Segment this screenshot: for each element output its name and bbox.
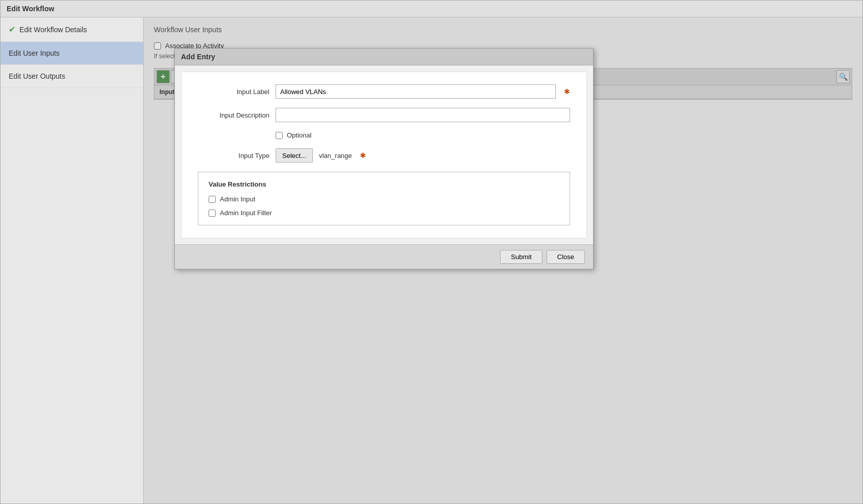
sidebar-item-label: Edit User Outputs	[9, 72, 65, 80]
input-label-field[interactable]	[276, 84, 556, 99]
window-title: Edit Workflow	[7, 5, 54, 13]
main-window: Edit Workflow ✔ Edit Workflow Details Ed…	[0, 0, 863, 504]
input-description-row: Input Description	[198, 108, 570, 122]
input-description-label: Input Description	[198, 111, 269, 119]
admin-input-label: Admin Input	[220, 195, 255, 203]
optional-checkbox[interactable]	[276, 132, 283, 139]
window-titlebar: Edit Workflow	[1, 1, 862, 17]
input-label-label: Input Label	[198, 88, 269, 96]
sidebar-item-edit-user-outputs[interactable]: Edit User Outputs	[1, 65, 143, 88]
sidebar-item-edit-user-inputs[interactable]: Edit User Inputs	[1, 42, 143, 65]
submit-button[interactable]: Submit	[500, 250, 542, 264]
optional-row: Optional	[198, 131, 570, 139]
input-type-value: vlan_range	[319, 152, 352, 159]
required-star-input-type: ✱	[360, 151, 366, 159]
value-restrictions-box: Value Restrictions Admin Input Admin Inp…	[198, 172, 570, 225]
main-content: Workflow User Inputs Associate to Activi…	[144, 17, 862, 503]
sidebar: ✔ Edit Workflow Details Edit User Inputs…	[1, 17, 144, 503]
add-entry-dialog: Add Entry Input Label ✱ Input Descriptio…	[174, 48, 594, 269]
admin-input-filter-checkbox[interactable]	[209, 210, 216, 217]
admin-input-filter-label: Admin Input Filter	[220, 209, 272, 217]
restrictions-title: Value Restrictions	[209, 180, 559, 188]
admin-input-filter-row: Admin Input Filter	[209, 209, 559, 217]
optional-label: Optional	[287, 131, 311, 139]
dialog-body: Input Label ✱ Input Description O	[181, 72, 587, 238]
input-type-select-button[interactable]: Select...	[276, 148, 313, 163]
sidebar-item-edit-workflow-details[interactable]: ✔ Edit Workflow Details	[1, 17, 143, 42]
required-star-input-label: ✱	[564, 87, 570, 96]
input-type-row: Input Type Select... vlan_range ✱	[198, 148, 570, 163]
checkmark-icon: ✔	[9, 25, 15, 34]
input-type-label: Input Type	[198, 152, 269, 159]
sidebar-item-label: Edit User Inputs	[9, 49, 60, 57]
window-body: ✔ Edit Workflow Details Edit User Inputs…	[1, 17, 862, 503]
sidebar-item-label: Edit Workflow Details	[19, 26, 87, 34]
admin-input-checkbox[interactable]	[209, 196, 216, 203]
input-label-row: Input Label ✱	[198, 84, 570, 99]
modal-overlay: Add Entry Input Label ✱ Input Descriptio…	[144, 17, 862, 503]
input-description-field[interactable]	[276, 108, 570, 122]
dialog-footer: Submit Close	[175, 244, 593, 269]
admin-input-row: Admin Input	[209, 195, 559, 203]
dialog-titlebar: Add Entry	[175, 49, 593, 65]
dialog-title: Add Entry	[181, 53, 215, 61]
close-button[interactable]: Close	[547, 250, 585, 264]
